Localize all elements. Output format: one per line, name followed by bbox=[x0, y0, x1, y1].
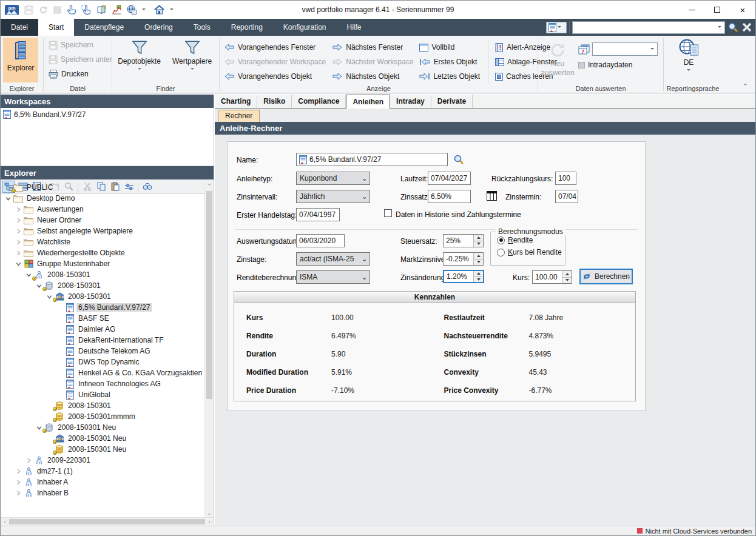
tree-item[interactable]: DWS Top Dynamic bbox=[1, 357, 204, 367]
expander-open-icon[interactable] bbox=[35, 425, 42, 430]
expander-closed-icon[interactable] bbox=[15, 218, 22, 223]
renditeberechnung-select[interactable]: ISMA ⌄ bbox=[296, 270, 370, 284]
expander-closed-icon[interactable] bbox=[15, 250, 22, 256]
tree-item[interactable]: 2008-150301 bbox=[1, 269, 204, 280]
tab-rechner[interactable]: Rechner bbox=[218, 110, 260, 122]
close-workspace-icon[interactable] bbox=[741, 21, 753, 33]
steuersatz-spinner[interactable]: 25% bbox=[443, 234, 484, 247]
erster-handelstag-field[interactable]: 07/04/1997 bbox=[296, 208, 340, 221]
workspace-item[interactable]: 6,5% Bundanl.V.97/27 bbox=[1, 108, 214, 121]
tab-risiko[interactable]: Risiko bbox=[257, 95, 292, 108]
zinstage-select[interactable]: act/act (ISMA-25 ⌄ bbox=[296, 252, 370, 266]
tree-item[interactable]: Inhaber B bbox=[1, 487, 204, 498]
ribbon-collapse-icon[interactable]: ⌃ bbox=[743, 82, 755, 93]
search-icon[interactable] bbox=[727, 22, 738, 33]
hand-pointer-icon[interactable] bbox=[67, 5, 76, 15]
tree-item[interactable]: Watchliste bbox=[1, 236, 204, 247]
tab-intraday[interactable]: Intraday bbox=[390, 95, 431, 108]
menu-tab-ordering[interactable]: Ordering bbox=[134, 19, 183, 36]
command-nächstes-fenster[interactable]: Nächstes Fenster bbox=[330, 40, 417, 55]
menu-tab-datenpflege[interactable]: Datenpflege bbox=[74, 19, 134, 36]
workspace-doc-button[interactable] bbox=[546, 22, 567, 33]
tree-item[interactable]: Desktop Demo bbox=[1, 193, 204, 204]
spin-down-icon[interactable] bbox=[474, 241, 483, 247]
auswerten-datum-combobox[interactable] bbox=[592, 42, 658, 56]
save-icon[interactable] bbox=[24, 5, 33, 15]
tree-item[interactable]: Daimler AG bbox=[1, 324, 204, 335]
spin-down-icon[interactable] bbox=[474, 259, 483, 266]
tree-item[interactable]: 2008-150301 Neu bbox=[1, 433, 204, 444]
tree-item[interactable]: DekaRent-international TF bbox=[1, 335, 204, 346]
scroll-up-icon[interactable]: ⌃ bbox=[205, 182, 214, 190]
tree-item[interactable]: 2008-150301 bbox=[1, 280, 204, 291]
spin-up-icon[interactable] bbox=[562, 271, 572, 277]
menu-tab-hilfe[interactable]: Hilfe bbox=[337, 19, 372, 36]
tab-compliance[interactable]: Compliance bbox=[292, 95, 346, 108]
hand-grid-icon[interactable] bbox=[81, 5, 91, 15]
command-vorangehendes-fenster[interactable]: Vorangehendes Fenster bbox=[222, 40, 330, 55]
search-combobox[interactable] bbox=[572, 21, 725, 34]
redo-icon[interactable] bbox=[39, 5, 48, 15]
pm-logo[interactable]: pm bbox=[5, 5, 19, 15]
expander-closed-icon[interactable] bbox=[15, 480, 22, 485]
tree-item[interactable]: dm27-1 (1) bbox=[1, 466, 204, 477]
rueckzahlungskurs-field[interactable]: 100 bbox=[555, 172, 576, 185]
wertpapiere-button[interactable]: Wertpapiere bbox=[167, 38, 217, 72]
chart-flag-icon[interactable] bbox=[112, 5, 121, 15]
menu-tab-datei[interactable]: Datei bbox=[1, 19, 38, 36]
tree-item[interactable]: Selbst angelegte Wertpapiere bbox=[1, 226, 204, 236]
auswertungsdatum-field[interactable]: 06/03/2020 bbox=[296, 234, 345, 247]
historie-checkbox[interactable] bbox=[384, 209, 392, 217]
tree-item[interactable]: 2008-150301 Neu bbox=[1, 444, 204, 455]
laufzeit-field[interactable]: 07/04/2027 bbox=[428, 172, 471, 185]
menu-tab-tools[interactable]: Tools bbox=[183, 19, 221, 36]
tree-horizontal-scrollbar[interactable]: ‹ › bbox=[1, 517, 214, 526]
scroll-right-icon[interactable]: › bbox=[205, 518, 214, 526]
zinsintervall-select[interactable]: Jährlich ⌄ bbox=[296, 190, 370, 203]
tab-anleihen[interactable]: Anleihen bbox=[346, 95, 390, 109]
command-vollbild[interactable]: Vollbild bbox=[417, 40, 484, 55]
tree-item[interactable]: Deutsche Telekom AG bbox=[1, 346, 204, 357]
expander-closed-icon[interactable] bbox=[25, 458, 32, 463]
radio-rendite[interactable]: Rendite bbox=[497, 236, 565, 244]
expander-open-icon[interactable] bbox=[15, 261, 22, 267]
tab-charting[interactable]: Charting bbox=[215, 95, 257, 108]
expander-open-icon[interactable] bbox=[46, 294, 53, 300]
close-button[interactable]: × bbox=[730, 1, 755, 19]
tree-item[interactable]: 6,5% Bundanl.V.97/27 bbox=[1, 302, 204, 313]
stop-icon[interactable] bbox=[53, 6, 61, 14]
tree-item[interactable]: Neuer Ordner bbox=[1, 215, 204, 226]
berechnen-button[interactable]: Berechnen bbox=[579, 269, 633, 284]
drucken-button[interactable]: Drucken bbox=[46, 67, 109, 81]
zinsaenderung-spinner[interactable]: 1.20% bbox=[443, 270, 484, 283]
tree-item[interactable]: 2008-150301 bbox=[1, 400, 204, 411]
expander-closed-icon[interactable] bbox=[15, 229, 22, 234]
menu-tab-start[interactable]: Start bbox=[38, 19, 74, 36]
expander-closed-icon[interactable] bbox=[15, 240, 22, 245]
tree-item[interactable]: BASF SE bbox=[1, 313, 204, 324]
tree-item[interactable]: Auswertungen bbox=[1, 204, 204, 215]
spin-down-icon[interactable] bbox=[562, 277, 572, 284]
tab-derivate[interactable]: Derivate bbox=[431, 95, 473, 108]
radio-kurs-bei-rendite[interactable]: Kurs bei Rendite bbox=[497, 248, 565, 256]
tree-item[interactable]: 2009-220301 bbox=[1, 455, 204, 466]
scroll-left-icon[interactable]: ‹ bbox=[1, 518, 9, 526]
tree-item[interactable]: Gruppe Musterinhaber bbox=[1, 258, 204, 269]
command-nächstes-objekt[interactable]: Nächstes Objekt bbox=[330, 69, 417, 84]
spin-down-icon[interactable] bbox=[474, 276, 483, 283]
tree-item[interactable]: PUBLIC bbox=[1, 182, 204, 193]
tree-vertical-scrollbar[interactable]: ⌃ ⌄ bbox=[204, 182, 214, 517]
kurs-spinner[interactable]: 100.00 bbox=[532, 270, 572, 284]
marktzinsniveau-spinner[interactable]: -0.25% bbox=[443, 252, 484, 266]
explorer-button[interactable]: Explorer bbox=[3, 38, 38, 82]
report-book-icon[interactable] bbox=[96, 5, 106, 15]
expander-closed-icon[interactable] bbox=[4, 185, 12, 190]
expander-closed-icon[interactable] bbox=[15, 491, 22, 496]
search-input[interactable] bbox=[573, 22, 718, 33]
spin-up-icon[interactable] bbox=[474, 235, 483, 241]
scroll-down-icon[interactable]: ⌄ bbox=[205, 509, 214, 517]
zinssatz-field[interactable]: 6.50% bbox=[428, 190, 471, 203]
command-erstes-objekt[interactable]: Erstes Objekt bbox=[417, 55, 484, 69]
maximize-button[interactable] bbox=[704, 1, 730, 19]
tree-item[interactable]: 2008-150301mmmm bbox=[1, 411, 204, 422]
